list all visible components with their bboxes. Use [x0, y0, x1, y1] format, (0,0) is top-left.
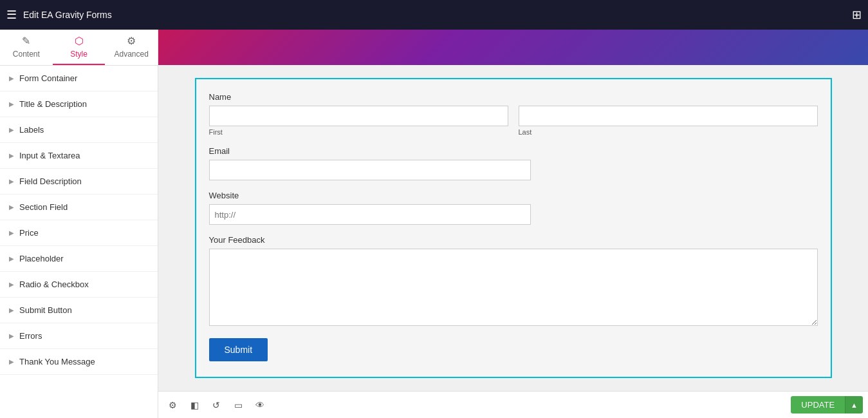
- sidebar-item-label: Form Container: [19, 73, 77, 83]
- field-feedback-label: Your Feedback: [209, 235, 818, 245]
- submit-button[interactable]: Submit: [209, 338, 268, 361]
- name-last-col: Last: [519, 106, 818, 136]
- arrow-icon: ▶: [9, 126, 14, 133]
- field-email: Email: [209, 146, 818, 180]
- sidebar-item-label: Thank You Message: [19, 357, 95, 366]
- sidebar-item-label: Section Field: [19, 202, 68, 212]
- sidebar: ✎ Content ⬡ Style ⚙ Advanced ▶ Form Cont…: [0, 30, 158, 418]
- field-feedback: Your Feedback: [209, 235, 818, 328]
- undo-tool-icon: ↺: [212, 400, 220, 410]
- sidebar-item-field-description[interactable]: ▶ Field Description: [0, 169, 158, 195]
- update-arrow-button[interactable]: ▲: [845, 396, 863, 413]
- sidebar-item-radio-checkbox[interactable]: ▶ Radio & Checkbox: [0, 272, 158, 298]
- update-btn-group: UPDATE ▲: [791, 396, 863, 413]
- field-website: Website: [209, 191, 818, 225]
- sidebar-item-label: Input & Textarea: [19, 151, 80, 160]
- tab-content[interactable]: ✎ Content: [0, 30, 53, 65]
- sidebar-item-price[interactable]: ▶ Price: [0, 220, 158, 246]
- sidebar-item-label: Labels: [19, 125, 44, 135]
- hamburger-icon[interactable]: ☰: [6, 8, 17, 22]
- undo-tool-button[interactable]: ↺: [207, 396, 225, 414]
- name-first-input[interactable]: [209, 106, 508, 126]
- form-wrapper: Name First Last Email: [195, 78, 832, 378]
- arrow-icon: ▶: [9, 332, 14, 339]
- sidebar-item-label: Errors: [19, 331, 42, 341]
- sidebar-item-labels[interactable]: ▶ Labels: [0, 117, 158, 143]
- sidebar-item-label: Title & Description: [19, 99, 87, 109]
- name-last-input[interactable]: [519, 106, 818, 126]
- arrow-icon: ▶: [9, 229, 14, 236]
- arrow-icon: ▶: [9, 75, 14, 82]
- top-bar: ☰ Edit EA Gravity Forms ⊞: [0, 0, 868, 30]
- arrow-icon: ▶: [9, 358, 14, 365]
- field-email-label: Email: [209, 146, 818, 156]
- sidebar-item-form-container[interactable]: ▶ Form Container: [0, 66, 158, 91]
- style-icon: ⬡: [75, 35, 84, 47]
- name-first-col: First: [209, 106, 508, 136]
- sidebar-item-input-textarea[interactable]: ▶ Input & Textarea: [0, 143, 158, 169]
- grid-icon[interactable]: ⊞: [852, 8, 862, 22]
- bottom-toolbar: ⚙ ◧ ↺ ▭ 👁 UPDATE ▲: [158, 391, 868, 418]
- gradient-header: [158, 30, 868, 65]
- page-title: Edit EA Gravity Forms: [23, 10, 845, 20]
- tab-style[interactable]: ⬡ Style: [53, 30, 106, 65]
- email-input[interactable]: [209, 160, 531, 180]
- responsive-tool-icon: ▭: [234, 400, 243, 410]
- sidebar-item-label: Field Description: [19, 176, 82, 186]
- arrow-icon: ▶: [9, 255, 14, 262]
- settings-tool-button[interactable]: ⚙: [163, 396, 181, 414]
- settings-tool-icon: ⚙: [169, 400, 177, 410]
- main-layout: ✎ Content ⬡ Style ⚙ Advanced ▶ Form Cont…: [0, 30, 868, 418]
- arrow-icon: ▶: [9, 178, 14, 185]
- advanced-icon: ⚙: [127, 35, 136, 47]
- sidebar-item-section-field[interactable]: ▶ Section Field: [0, 195, 158, 220]
- form-canvas: Name First Last Email: [158, 65, 868, 391]
- arrow-icon: ▶: [9, 152, 14, 159]
- sidebar-item-label: Submit Button: [19, 305, 72, 315]
- arrow-icon: ▶: [9, 281, 14, 288]
- tab-content-label: Content: [13, 50, 40, 59]
- sidebar-item-submit-button[interactable]: ▶ Submit Button: [0, 298, 158, 323]
- name-row: First Last: [209, 106, 818, 136]
- responsive-tool-button[interactable]: ▭: [229, 396, 247, 414]
- content-area: Name First Last Email: [158, 30, 868, 418]
- content-icon: ✎: [22, 35, 30, 47]
- update-button[interactable]: UPDATE: [791, 396, 845, 413]
- tab-advanced[interactable]: ⚙ Advanced: [105, 30, 158, 65]
- name-first-sublabel: First: [209, 128, 508, 136]
- sidebar-item-title-description[interactable]: ▶ Title & Description: [0, 91, 158, 117]
- sidebar-item-label: Price: [19, 228, 39, 238]
- sidebar-item-errors[interactable]: ▶ Errors: [0, 323, 158, 349]
- tab-advanced-label: Advanced: [114, 50, 148, 59]
- arrow-icon: ▶: [9, 204, 14, 211]
- layers-tool-button[interactable]: ◧: [185, 396, 203, 414]
- feedback-textarea[interactable]: [209, 249, 818, 326]
- sidebar-item-label: Placeholder: [19, 254, 64, 263]
- arrow-icon: ▶: [9, 307, 14, 314]
- preview-tool-icon: 👁: [255, 400, 264, 410]
- sidebar-item-label: Radio & Checkbox: [19, 280, 89, 289]
- sidebar-item-thank-you-message[interactable]: ▶ Thank You Message: [0, 349, 158, 375]
- arrow-icon: ▶: [9, 100, 14, 108]
- field-name: Name First Last: [209, 92, 818, 136]
- field-website-label: Website: [209, 191, 818, 200]
- sidebar-tabs: ✎ Content ⬡ Style ⚙ Advanced: [0, 30, 158, 66]
- layers-tool-icon: ◧: [190, 400, 199, 410]
- website-input[interactable]: [209, 204, 531, 225]
- preview-tool-button[interactable]: 👁: [251, 396, 269, 414]
- name-last-sublabel: Last: [519, 128, 818, 136]
- tab-style-label: Style: [70, 50, 88, 59]
- sidebar-item-placeholder[interactable]: ▶ Placeholder: [0, 246, 158, 272]
- field-name-label: Name: [209, 92, 818, 102]
